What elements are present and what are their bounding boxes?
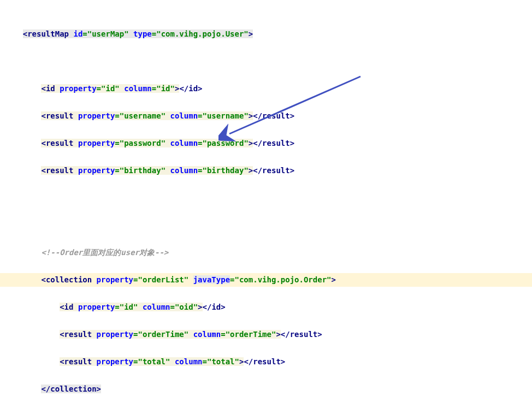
tag-close: >	[276, 330, 280, 339]
tag-name: result	[290, 330, 318, 339]
tag-open: <	[41, 275, 45, 284]
punct: ="	[198, 166, 207, 175]
punct: "	[161, 139, 165, 147]
attr-name: id	[73, 29, 82, 38]
tag-close: >	[290, 139, 294, 147]
tag-open: <	[41, 139, 45, 147]
attr-name: property	[97, 357, 133, 366]
code-line: <id property="id" column="oid"></id>	[0, 300, 532, 314]
attr-name: column	[124, 84, 152, 93]
code-line: <id property="id" column="id"></id>	[0, 82, 532, 96]
space	[120, 84, 124, 93]
punct: "	[170, 84, 175, 93]
space	[73, 111, 78, 120]
tag-name: collection	[50, 385, 96, 393]
space	[73, 139, 78, 147]
punct: ="	[133, 330, 143, 339]
tag-name: id	[46, 84, 55, 93]
punct: "	[244, 166, 248, 175]
punct: "	[124, 29, 128, 38]
tag-open: <	[41, 111, 45, 120]
tag-close: >	[332, 275, 336, 284]
space	[165, 139, 170, 147]
code-line: <resultMap id="userMap" type="com.vihg.p…	[0, 27, 532, 41]
attr-value: com.vihg.pojo.Order	[239, 275, 327, 284]
tag-open: </	[41, 385, 50, 393]
attr-value: com.vihg.pojo.User	[161, 29, 244, 38]
code-line	[0, 55, 532, 68]
attr-value: orderTime	[143, 330, 184, 339]
attr-name: column	[170, 139, 198, 147]
punct: "	[184, 275, 188, 284]
tag-close: >	[281, 357, 285, 366]
attr-value: password	[124, 139, 161, 147]
punct: "	[115, 84, 119, 93]
attr-name: column	[143, 303, 170, 311]
attr-value: username	[124, 111, 161, 120]
tag-name: result	[46, 111, 74, 120]
tag-close: >	[249, 139, 253, 147]
tag-name: id	[64, 303, 74, 311]
punct: ="	[115, 166, 124, 175]
space	[55, 84, 60, 93]
attr-name: column	[170, 166, 198, 175]
punct: "	[244, 111, 248, 120]
punct: "	[235, 357, 239, 366]
code-line: <!--Order里面对应的user对象-->	[0, 246, 532, 259]
punct: "	[244, 29, 248, 38]
attr-name: property	[78, 166, 115, 175]
space	[129, 29, 133, 38]
tag-name: id	[188, 84, 198, 93]
attr-value: total	[143, 357, 165, 366]
space	[92, 275, 96, 284]
attr-name: column	[170, 111, 198, 120]
code-block: <resultMap id="userMap" type="com.vihg.p…	[0, 0, 532, 402]
code-line	[0, 191, 532, 205]
attr-value: id	[161, 84, 170, 93]
punct: ="	[115, 139, 124, 147]
attr-value: password	[207, 139, 244, 147]
tag-close: >	[290, 166, 294, 175]
tag-name: id	[211, 303, 221, 311]
attr-name: property	[78, 139, 115, 147]
attr-value: orderTime	[230, 330, 271, 339]
punct: "	[161, 166, 165, 175]
tag-close: >	[198, 303, 202, 311]
attr-name: column	[193, 330, 221, 339]
attr-name: type	[133, 29, 152, 38]
tag-open: <	[60, 357, 64, 366]
attr-name: property	[78, 111, 115, 120]
attr-name: javaType	[193, 275, 230, 284]
punct: ="	[133, 275, 143, 284]
tag-name: collection	[46, 275, 92, 284]
punct: "	[327, 275, 331, 284]
code-line: <result property="birthday" column="birt…	[0, 164, 532, 178]
tag-open: </	[281, 330, 290, 339]
tag-close: >	[249, 111, 253, 120]
space	[188, 330, 193, 339]
punct: ="	[170, 303, 180, 311]
tag-close: >	[290, 111, 294, 120]
space	[92, 330, 96, 339]
punct: "	[184, 330, 188, 339]
attr-name: property	[97, 330, 133, 339]
punct: "	[193, 303, 198, 311]
punct: ="	[221, 330, 230, 339]
tag-open: </	[253, 139, 262, 147]
comment: <!--Order里面对应的user对象-->	[41, 248, 168, 257]
space	[165, 111, 170, 120]
attr-value: id	[124, 303, 133, 311]
punct: "	[161, 111, 165, 120]
punct: ="	[115, 111, 124, 120]
tag-name: result	[253, 357, 281, 366]
punct: ="	[133, 357, 143, 366]
attr-name: property	[97, 275, 133, 284]
tag-name: result	[262, 111, 290, 120]
code-line-highlighted: <collection property="orderList" javaTyp…	[0, 273, 532, 287]
tag-name: resultMap	[27, 29, 69, 38]
tag-close: >	[317, 330, 322, 339]
punct: "	[165, 357, 170, 366]
punct: ="	[115, 303, 124, 311]
tag-open: </	[179, 84, 188, 93]
attr-name: column	[175, 357, 203, 366]
